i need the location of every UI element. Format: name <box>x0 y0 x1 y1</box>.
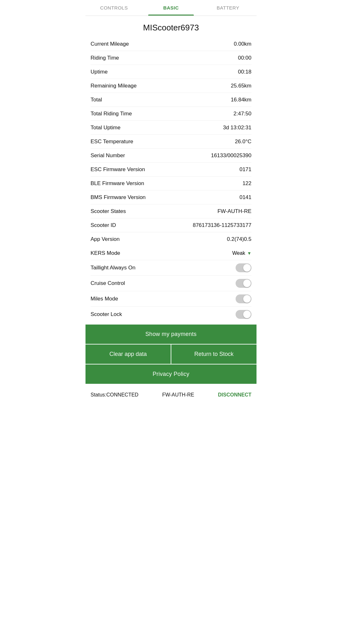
tab-bar: CONTROLS BASIC BATTERY <box>86 0 256 16</box>
stat-label-ble_firmware: BLE Firmware Version <box>91 180 144 187</box>
stat-value-current_mileage: 0.00km <box>234 41 251 47</box>
stat-row-remaining_mileage: Remaining Mileage 25.65km <box>91 79 251 93</box>
stat-value-total_uptime: 3d 13:02:31 <box>223 125 251 131</box>
device-title: MIScooter6973 <box>86 16 256 37</box>
stat-label-scooter_states: Scooter States <box>91 208 126 215</box>
toggle-row-cruise_control: Cruise Control <box>91 276 251 291</box>
toggle-row-scooter_lock: Scooter Lock <box>91 307 251 322</box>
toggle-label-taillight: Taillight Always On <box>91 265 136 271</box>
stat-row-app_version: App Version 0.2(74)0.5 <box>91 232 251 246</box>
kers-row[interactable]: KERS Mode Weak ▼ <box>91 246 251 260</box>
stat-label-remaining_mileage: Remaining Mileage <box>91 83 137 89</box>
stat-value-scooter_id: 876173136-1125733177 <box>193 222 251 229</box>
toggle-switch-taillight[interactable] <box>236 263 251 272</box>
kers-value: Weak <box>232 250 245 256</box>
stat-value-riding_time: 00:00 <box>238 55 251 61</box>
disconnect-button[interactable]: DISCONNECT <box>218 392 251 398</box>
stat-label-bms_firmware: BMS Firmware Version <box>91 194 146 201</box>
tab-controls[interactable]: CONTROLS <box>86 0 142 16</box>
stat-value-esc_temperature: 26.0°C <box>235 138 251 145</box>
toggle-label-scooter_lock: Scooter Lock <box>91 311 122 318</box>
stat-label-uptime: Uptime <box>91 69 108 75</box>
stat-value-scooter_states: FW-AUTH-RE <box>218 208 251 215</box>
clear-app-data-button[interactable]: Clear app data <box>86 345 171 364</box>
stat-label-esc_temperature: ESC Temperature <box>91 138 133 145</box>
stat-row-total: Total 16.84km <box>91 93 251 107</box>
toggle-row-miles_mode: Miles Mode <box>91 291 251 307</box>
stat-label-total: Total <box>91 97 102 103</box>
button-section: Show my payments Clear app data Return t… <box>86 325 256 384</box>
stats-list: Current Mileage 0.00km Riding Time 00:00… <box>86 37 256 322</box>
stat-row-serial_number: Serial Number 16133/00025390 <box>91 149 251 163</box>
stat-row-esc_firmware: ESC Firmware Version 0171 <box>91 163 251 177</box>
stat-label-esc_firmware: ESC Firmware Version <box>91 166 145 173</box>
stat-label-total_riding_time: Total Riding Time <box>91 111 132 117</box>
stat-label-serial_number: Serial Number <box>91 152 125 159</box>
stat-value-serial_number: 16133/00025390 <box>211 152 251 159</box>
toggle-label-miles_mode: Miles Mode <box>91 296 118 302</box>
stat-value-remaining_mileage: 25.65km <box>231 83 251 89</box>
stat-row-total_uptime: Total Uptime 3d 13:02:31 <box>91 121 251 135</box>
toggle-switch-scooter_lock[interactable] <box>236 310 251 319</box>
toggle-row-taillight: Taillight Always On <box>91 260 251 276</box>
stat-label-total_uptime: Total Uptime <box>91 125 120 131</box>
status-bar: Status:CONNECTED FW-AUTH-RE DISCONNECT <box>86 386 256 403</box>
stat-row-riding_time: Riding Time 00:00 <box>91 51 251 65</box>
kers-value-container: Weak ▼ <box>232 250 251 256</box>
stat-label-app_version: App Version <box>91 236 120 242</box>
toggle-switch-miles_mode[interactable] <box>236 294 251 303</box>
action-buttons-row: Clear app data Return to Stock <box>86 345 256 364</box>
stat-label-current_mileage: Current Mileage <box>91 41 129 47</box>
stat-row-current_mileage: Current Mileage 0.00km <box>91 37 251 51</box>
stat-row-scooter_id: Scooter ID 876173136-1125733177 <box>91 218 251 232</box>
stat-value-esc_firmware: 0171 <box>239 166 251 173</box>
toggle-switch-cruise_control[interactable] <box>236 279 251 288</box>
toggle-label-cruise_control: Cruise Control <box>91 280 125 287</box>
show-payments-button[interactable]: Show my payments <box>86 325 256 344</box>
stat-row-uptime: Uptime 00:18 <box>91 65 251 79</box>
stat-value-total: 16.84km <box>231 97 251 103</box>
status-fw: FW-AUTH-RE <box>162 392 194 398</box>
tab-battery[interactable]: BATTERY <box>200 0 256 16</box>
stat-value-bms_firmware: 0141 <box>239 194 251 201</box>
stat-value-ble_firmware: 122 <box>243 180 251 187</box>
stat-value-total_riding_time: 2:47:50 <box>233 111 251 117</box>
tab-basic[interactable]: BASIC <box>142 0 200 16</box>
stat-row-ble_firmware: BLE Firmware Version 122 <box>91 177 251 190</box>
stat-label-riding_time: Riding Time <box>91 55 119 61</box>
return-to-stock-button[interactable]: Return to Stock <box>171 345 256 364</box>
stat-row-esc_temperature: ESC Temperature 26.0°C <box>91 135 251 149</box>
dropdown-arrow-icon: ▼ <box>247 251 251 256</box>
stat-value-uptime: 00:18 <box>238 69 251 75</box>
kers-label: KERS Mode <box>91 250 120 256</box>
stat-value-app_version: 0.2(74)0.5 <box>227 236 252 242</box>
stat-row-total_riding_time: Total Riding Time 2:47:50 <box>91 107 251 121</box>
stat-label-scooter_id: Scooter ID <box>91 222 116 229</box>
stat-row-scooter_states: Scooter States FW-AUTH-RE <box>91 204 251 218</box>
privacy-policy-button[interactable]: Privacy Policy <box>86 364 256 384</box>
status-connected: Status:CONNECTED <box>91 392 138 398</box>
stat-row-bms_firmware: BMS Firmware Version 0141 <box>91 190 251 204</box>
